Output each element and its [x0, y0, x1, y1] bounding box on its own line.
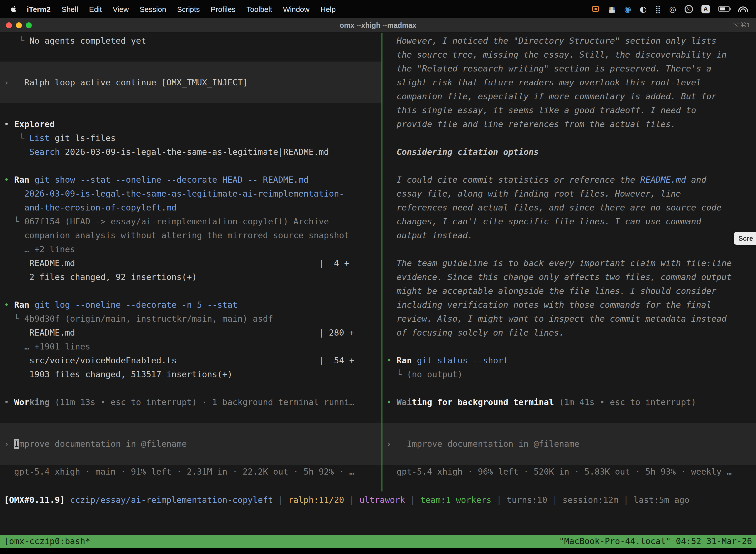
terminal-line: • Working (11m 13s • esc to interrupt) ·…: [0, 395, 381, 409]
text-segment: Ralph loop active continue [OMX_TMUX_INJ…: [24, 77, 248, 88]
text-segment: 4b9d30f (origin/main, instructkr/main, m…: [24, 314, 273, 324]
text-segment: git show --stat --oneline --decorate HEA…: [35, 175, 309, 185]
text-segment: └: [386, 369, 407, 379]
text-segment: Improve documentation in @filename: [407, 439, 579, 449]
text-segment: review. Also, I might want to inspect th…: [386, 314, 727, 324]
window-grid-icon[interactable]: ▦: [609, 4, 616, 14]
window-title: omx --xhigh --madmax: [0, 21, 756, 29]
terminal-line: • Ran git log --oneline --decorate -n 5 …: [0, 298, 381, 312]
terminal-line: gpt-5.4 xhigh · 96% left · 520K in · 5.8…: [382, 465, 756, 479]
apple-menu-icon[interactable]: [10, 5, 18, 13]
text-segment: ›: [386, 439, 407, 449]
text-segment: 1903 files changed, 513517 insertions(+): [4, 369, 233, 379]
text-segment: Ran: [14, 175, 29, 185]
text-segment: ›: [4, 77, 24, 88]
zoom-window-button[interactable]: [26, 22, 32, 28]
text-segment: └: [4, 36, 29, 46]
text-segment: ›: [4, 439, 14, 449]
terminal-line: review. Also, I might want to inspect th…: [382, 312, 756, 326]
window-title-bar[interactable]: omx --xhigh --madmax ⌥⌘1: [0, 18, 756, 33]
terminal-line: companion analysis without altering the …: [0, 228, 381, 242]
terminal-line: evidence. Since this change only affects…: [382, 270, 756, 284]
terminal-line: including verification notes with those …: [382, 298, 756, 312]
screen-overlay-button[interactable]: Scre: [734, 232, 756, 245]
text-segment: The team guideline is to back every impo…: [386, 258, 732, 268]
text-segment: •: [4, 397, 14, 407]
menu-session[interactable]: Session: [134, 5, 172, 13]
text-segment: src/voice/voiceModeEnabled.ts | 54 +: [4, 355, 354, 365]
menu-help[interactable]: Help: [315, 5, 341, 13]
tmux-session-window-label: [omx-cczip0:bash*: [4, 535, 90, 548]
window-hotkey-hint: ⌥⌘1: [733, 21, 756, 29]
menu-view[interactable]: View: [107, 5, 134, 13]
text-segment: Explored: [14, 119, 55, 129]
prompt-input[interactable]: › Improve documentation in @filename: [382, 423, 756, 465]
half-circle-app-icon[interactable]: ◐: [640, 4, 647, 14]
minimize-window-button[interactable]: [16, 22, 22, 28]
gauge-badge-icon[interactable]: 61: [685, 5, 693, 13]
right-terminal-pane[interactable]: However, I noticed the "Directory Struct…: [382, 33, 756, 491]
terminal-line: and-the-erosion-of-copyleft.md: [0, 201, 381, 214]
macos-menu-bar: iTerm2ShellEditViewSessionScriptsProfile…: [0, 0, 756, 18]
menu-shell[interactable]: Shell: [56, 5, 83, 13]
text-segment: including verification notes with those …: [386, 300, 711, 310]
screen: iTerm2ShellEditViewSessionScriptsProfile…: [0, 0, 756, 554]
text-segment: •: [386, 355, 397, 365]
blank-line: [382, 381, 756, 395]
wifi-icon[interactable]: [738, 5, 747, 12]
text-segment: slight risk that future readers may over…: [386, 77, 701, 88]
text-segment: changes, I can't cite specific file line…: [386, 216, 701, 226]
close-window-button[interactable]: [6, 22, 12, 28]
text-segment: |: [548, 495, 563, 505]
text-segment: and-the-erosion-of-copyleft.md: [24, 203, 177, 213]
text-segment: ting for background terminal: [412, 397, 554, 407]
menu-window[interactable]: Window: [277, 5, 315, 13]
left-terminal-pane[interactable]: └ No agents completed yet › Ralph loop a…: [0, 33, 381, 491]
blank-line: [382, 242, 756, 256]
text-segment: ultrawork: [359, 495, 405, 505]
terminal-line: companion file, especially if more comme…: [382, 89, 756, 103]
menu-iterm2[interactable]: iTerm2: [21, 5, 56, 13]
text-segment: and: [686, 175, 706, 185]
terminal-line: └ (no output): [382, 367, 756, 381]
menu-profiles[interactable]: Profiles: [205, 5, 241, 13]
outline-app-icon[interactable]: ◎: [669, 4, 676, 14]
text-segment: of focusing solely on file lines.: [386, 328, 564, 338]
prompt-input[interactable]: › Improve documentation in @filename: [0, 423, 381, 465]
menu-toolbelt[interactable]: Toolbelt: [241, 5, 277, 13]
blank-line: [0, 48, 381, 62]
text-segment: Search: [29, 147, 60, 157]
terminal-line: • Ran git status --short: [382, 353, 756, 367]
text-segment: List: [29, 133, 50, 143]
battery-icon[interactable]: [718, 6, 730, 12]
text-segment: gpt-5.4 xhigh · 96% left · 520K in · 5.8…: [386, 466, 732, 477]
terminal-line: the "Related research writing" section i…: [382, 62, 756, 75]
text-segment: •: [4, 119, 14, 129]
input-source-icon[interactable]: A: [701, 5, 710, 13]
text-segment: 2026-03-09-is-legal-the-same-as-legitima…: [24, 189, 344, 199]
text-segment: the source tree, missing the essay. Stil…: [386, 50, 727, 60]
terminal-line: the source tree, missing the essay. Stil…: [382, 48, 756, 62]
blank-line: [0, 159, 381, 173]
text-segment: README.md: [640, 175, 686, 185]
terminal-line: Search 2026-03-09-is-legal-the-same-as-l…: [0, 145, 381, 159]
blank-line: [382, 409, 756, 423]
terminal-line: README.md | 280 +: [0, 326, 381, 340]
text-segment: essay file, along with finding root file…: [386, 189, 681, 199]
dots-grid-icon[interactable]: ⣿: [655, 4, 661, 14]
text-segment: [4, 203, 24, 213]
screen-recording-indicator-icon[interactable]: [591, 5, 600, 12]
injected-prompt-banner: › Ralph loop active continue [OMX_TMUX_I…: [0, 62, 381, 103]
text-segment: └: [4, 133, 29, 143]
terminal-line: • Explored: [0, 117, 381, 131]
menu-scripts[interactable]: Scripts: [172, 5, 205, 13]
blank-line: [382, 340, 756, 353]
text-segment: [4, 147, 29, 157]
text-segment: Wai: [397, 397, 412, 407]
text-segment: companion analysis without altering the …: [4, 230, 349, 240]
blue-app-icon[interactable]: ◉: [624, 4, 631, 14]
terminal-line: 2 files changed, 92 insertions(+): [0, 270, 381, 284]
text-segment: •: [386, 397, 397, 407]
menu-edit[interactable]: Edit: [83, 5, 107, 13]
text-segment: king: [29, 397, 50, 407]
